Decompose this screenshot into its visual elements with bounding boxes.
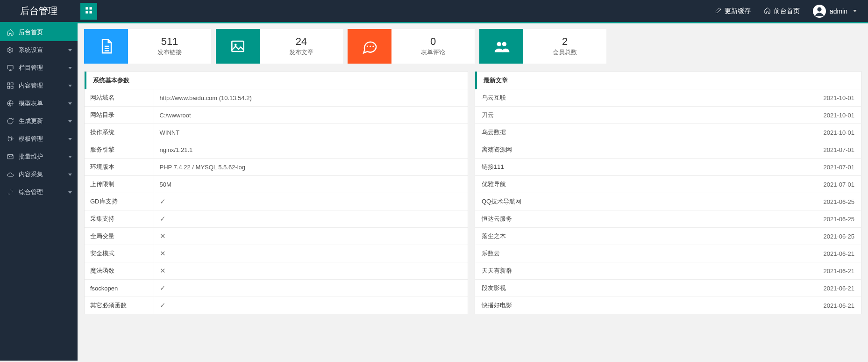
sidebar-item-5[interactable]: 生成更新 <box>0 112 78 130</box>
stat-label: 发布链接 <box>157 48 182 57</box>
stat-card-2[interactable]: 0表单评论 <box>348 29 475 64</box>
param-value-cell: ✓ <box>154 297 468 314</box>
sidebar-item-6[interactable]: 模板管理 <box>0 130 78 148</box>
param-value-cell: ✕ <box>154 228 468 245</box>
param-key: 网站域名 <box>85 89 154 107</box>
sidebar-item-label: 模板管理 <box>19 135 43 143</box>
svg-point-18 <box>372 45 374 47</box>
article-link[interactable]: 刀云 <box>482 111 494 118</box>
table-row: fsockopen✓ <box>85 280 468 297</box>
monitor-icon <box>7 64 14 72</box>
stat-value: 2 <box>562 36 568 47</box>
sidebar-item-7[interactable]: 批量维护 <box>0 148 78 166</box>
wand-icon <box>7 188 14 196</box>
username: admin <box>830 7 847 15</box>
param-value-cell: PHP 7.4.22 / MYSQL 5.5.62-log <box>154 159 468 176</box>
article-link[interactable]: 乌云互联 <box>482 94 506 101</box>
check-icon: ✓ <box>160 284 166 292</box>
article-link[interactable]: 链接111 <box>482 163 504 170</box>
table-row: 网站域名http://www.baidu.com (10.13.54.2) <box>85 89 468 107</box>
article-title-cell: 快播好电影 <box>475 297 796 314</box>
svg-rect-1 <box>90 7 92 9</box>
table-row: 刀云2021-10-01 <box>475 107 861 124</box>
param-value-cell: nginx/1.21.1 <box>154 141 468 159</box>
sidebar-item-9[interactable]: 综合管理 <box>0 183 78 201</box>
apps-button[interactable] <box>80 3 97 20</box>
chevron-down-icon <box>68 174 72 176</box>
sidebar-item-8[interactable]: 内容采集 <box>0 166 78 183</box>
table-row: 离殇资源网2021-07-01 <box>475 141 861 159</box>
article-date: 2021-06-21 <box>796 297 861 314</box>
param-key: GD库支持 <box>85 193 154 210</box>
stat-body: 511发布链接 <box>128 29 211 64</box>
article-link[interactable]: 恒达云服务 <box>482 215 512 222</box>
refresh-cache-link[interactable]: 更新缓存 <box>715 7 751 15</box>
front-home-link[interactable]: 前台首页 <box>764 7 800 15</box>
article-date: 2021-07-01 <box>796 159 861 176</box>
gear-icon <box>7 46 14 54</box>
param-value-cell: WINNT <box>154 124 468 141</box>
chevron-down-icon <box>68 138 72 140</box>
table-row: 安全模式✕ <box>85 245 468 262</box>
main-content: 511发布链接24发布文章0表单评论2会员总数 系统基本参数 网站域名http:… <box>78 23 868 361</box>
stat-label: 发布文章 <box>289 48 313 57</box>
sidebar-item-1[interactable]: 系统设置 <box>0 41 78 59</box>
article-link[interactable]: 乐数云 <box>482 250 500 257</box>
cross-icon: ✕ <box>160 249 166 258</box>
cross-icon: ✕ <box>160 267 166 275</box>
sidebar-item-0[interactable]: 后台首页 <box>0 23 78 41</box>
table-row: 天天有新群2021-06-21 <box>475 262 861 280</box>
article-date: 2021-06-21 <box>796 280 861 297</box>
article-title-cell: 链接111 <box>475 159 796 176</box>
chevron-down-icon <box>853 10 857 12</box>
avatar <box>813 5 826 18</box>
sidebar-item-label: 栏目管理 <box>19 64 43 72</box>
stat-value: 511 <box>161 36 178 47</box>
table-row: 乐数云2021-06-21 <box>475 245 861 262</box>
chevron-down-icon <box>68 102 72 105</box>
article-title-cell: 天天有新群 <box>475 262 796 280</box>
svg-rect-13 <box>7 154 13 159</box>
param-value-cell: http://www.baidu.com (10.13.54.2) <box>154 89 468 107</box>
stat-value: 24 <box>296 36 307 47</box>
article-link[interactable]: 乌云数据 <box>482 129 506 136</box>
svg-point-6 <box>9 49 11 51</box>
users-icon <box>479 29 523 64</box>
table-row: 快播好电影2021-06-21 <box>475 297 861 314</box>
stat-card-1[interactable]: 24发布文章 <box>216 29 343 64</box>
home-icon <box>764 7 771 15</box>
article-title-cell: 落尘之木 <box>475 228 796 245</box>
svg-rect-3 <box>90 11 92 14</box>
param-key: 操作系统 <box>85 124 154 141</box>
article-link[interactable]: 落尘之木 <box>482 232 506 239</box>
article-title-cell: 恒达云服务 <box>475 210 796 228</box>
check-icon: ✓ <box>160 215 166 223</box>
stat-card-3[interactable]: 2会员总数 <box>479 29 606 64</box>
sidebar-item-label: 模型表单 <box>19 99 43 108</box>
article-link[interactable]: 离殇资源网 <box>482 146 512 153</box>
sidebar-item-4[interactable]: 模型表单 <box>0 94 78 112</box>
sidebar-item-2[interactable]: 栏目管理 <box>0 59 78 77</box>
article-link[interactable]: 优雅导航 <box>482 181 506 188</box>
article-title-cell: 优雅导航 <box>475 176 796 193</box>
article-link[interactable]: 段友影视 <box>482 284 506 291</box>
user-menu[interactable]: admin <box>813 5 857 18</box>
stat-body: 2会员总数 <box>523 29 606 64</box>
article-title-cell: 乌云数据 <box>475 124 796 141</box>
article-link[interactable]: 快播好电影 <box>482 302 512 309</box>
globe-icon <box>7 100 14 107</box>
article-link[interactable]: QQ技术导航网 <box>482 198 521 205</box>
sidebar: 后台首页系统设置栏目管理内容管理模型表单生成更新模板管理批量维护内容采集综合管理 <box>0 23 78 361</box>
sidebar-item-3[interactable]: 内容管理 <box>0 77 78 94</box>
article-date: 2021-10-01 <box>796 107 861 124</box>
param-value: 50M <box>160 181 171 188</box>
param-value-cell: C:/wwwroot <box>154 107 468 124</box>
article-title-cell: QQ技术导航网 <box>475 193 796 210</box>
brand: 后台管理 <box>0 5 78 17</box>
sidebar-item-label: 综合管理 <box>19 188 43 196</box>
svg-rect-7 <box>7 65 13 69</box>
article-link[interactable]: 天天有新群 <box>482 267 512 274</box>
article-title-cell: 离殇资源网 <box>475 141 796 159</box>
param-value-cell: 50M <box>154 176 468 193</box>
stat-card-0[interactable]: 511发布链接 <box>84 29 211 64</box>
